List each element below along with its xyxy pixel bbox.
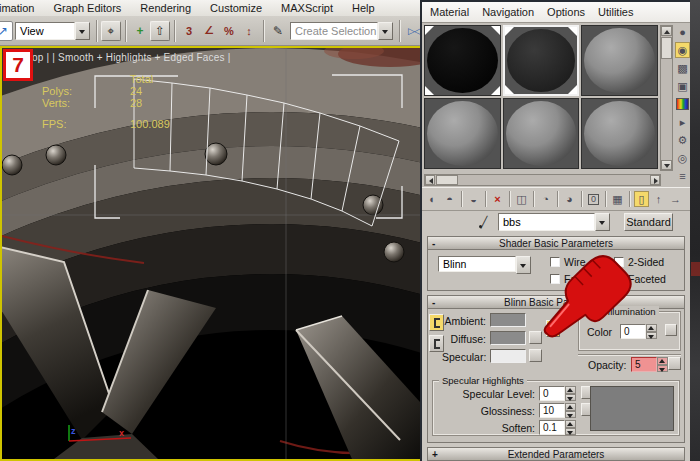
sample-uv-tiling-icon[interactable]: ▣ [675, 78, 690, 94]
nav-arrow-icon[interactable]: ↗ [0, 21, 13, 41]
make-preview-icon[interactable]: ▸ [675, 114, 690, 130]
background-icon[interactable]: ▩ [675, 60, 690, 76]
diffuse-color-swatch[interactable] [490, 331, 526, 345]
spinner-down[interactable] [565, 394, 576, 402]
opacity-spinner[interactable]: 5 [631, 357, 668, 372]
collapse-icon[interactable]: - [432, 237, 435, 250]
menu-customize[interactable]: Customize [208, 2, 264, 14]
pick-material-eyedropper-icon[interactable]: ╱ [476, 214, 492, 230]
glossiness-spinner[interactable]: 10 [539, 403, 576, 418]
assign-material-icon[interactable]: ◒ [466, 191, 481, 207]
specular-level-spinner[interactable]: 0 [539, 386, 576, 401]
material-id-channel-icon[interactable]: 0 [586, 191, 601, 207]
rollout-header[interactable]: + Extended Parameters [428, 448, 684, 461]
snap-angle-icon[interactable]: ∠ [199, 21, 219, 41]
show-map-in-viewport-icon[interactable]: ▦ [610, 191, 625, 207]
go-to-parent-icon[interactable]: ↑ [651, 191, 666, 207]
ambient-diffuse-lock-icon[interactable] [546, 320, 560, 337]
select-manipulate-icon[interactable]: + [130, 21, 150, 41]
expand-icon[interactable]: + [432, 448, 438, 461]
ambient-color-swatch[interactable] [490, 313, 526, 327]
chevron-down-icon[interactable] [595, 213, 610, 231]
scroll-right-icon[interactable] [650, 175, 660, 185]
named-selection-sets-icon[interactable]: ✎ [268, 21, 288, 41]
spinner-up[interactable] [646, 324, 657, 332]
rollout-header[interactable]: - Shader Basic Parameters [428, 237, 684, 250]
me-menu-options[interactable]: Options [547, 6, 585, 18]
me-menu-navigation[interactable]: Navigation [482, 6, 534, 18]
specular-map-button[interactable] [529, 349, 542, 362]
diffuse-map-button[interactable] [529, 331, 542, 344]
opacity-map-button[interactable] [668, 357, 681, 370]
snap-spinner-icon[interactable]: ↕ [239, 21, 259, 41]
go-to-sibling-icon[interactable]: → [668, 191, 683, 207]
viewport-label[interactable]: op | | Smooth + Highlights + Edged Faces… [32, 52, 231, 63]
spinner-down[interactable] [565, 428, 576, 436]
view-dropdown[interactable]: View [15, 22, 90, 40]
glossiness-value[interactable]: 10 [539, 403, 565, 418]
get-material-icon[interactable]: ◐ [425, 191, 440, 207]
spinner-down[interactable] [565, 411, 576, 419]
spinner-up[interactable] [565, 386, 576, 394]
material-slot[interactable] [424, 25, 501, 96]
self-illumination-value[interactable]: 0 [620, 324, 646, 339]
material-type-button[interactable]: Standard [624, 213, 673, 231]
put-material-to-scene-icon[interactable]: ◓ [442, 191, 457, 207]
menu-rendering[interactable]: Rendering [138, 2, 193, 14]
menu-help[interactable]: Help [350, 2, 377, 14]
snap-percent-icon[interactable]: % [219, 21, 239, 41]
scrollbar-thumb[interactable] [436, 175, 458, 185]
selection-set-dropdown[interactable]: Create Selection Se [290, 22, 393, 40]
material-slot[interactable] [424, 98, 501, 169]
viewport[interactable]: op | | Smooth + Highlights + Edged Faces… [0, 46, 420, 461]
chevron-down-icon[interactable] [378, 22, 393, 40]
backlight-icon[interactable]: ◉ [675, 42, 690, 58]
self-illumination-spinner[interactable]: 0 [620, 324, 657, 339]
self-illumination-map-button[interactable] [665, 324, 677, 336]
spinner-down[interactable] [646, 332, 657, 340]
spinner-up[interactable] [565, 420, 576, 428]
show-end-result-icon[interactable]: ▯ [634, 191, 649, 207]
soften-value[interactable]: 0.1 [539, 420, 565, 435]
specular-level-value[interactable]: 0 [539, 386, 565, 401]
material-slot-active[interactable] [503, 25, 580, 96]
scroll-up-icon[interactable] [661, 26, 672, 36]
material-map-navigator-icon[interactable]: ≡ [675, 168, 690, 184]
collapse-icon[interactable]: - [432, 296, 435, 309]
options-icon[interactable]: ⚙ [675, 132, 690, 148]
make-material-copy-icon[interactable]: ◫ [514, 191, 529, 207]
pivot-center-icon[interactable]: ⌖ [101, 21, 121, 41]
spinner-down[interactable] [657, 365, 668, 373]
menu-animation[interactable]: imation [0, 2, 36, 14]
make-unique-icon[interactable]: ◔ [538, 191, 553, 207]
menu-graph-editors[interactable]: Graph Editors [51, 2, 123, 14]
opacity-value[interactable]: 5 [631, 357, 657, 372]
sample-vertical-scrollbar[interactable] [660, 25, 673, 171]
snap-3d-icon[interactable]: 3 [179, 21, 199, 41]
spinner-up[interactable] [565, 403, 576, 411]
scroll-left-icon[interactable] [425, 175, 435, 185]
scrollbar-thumb[interactable] [661, 37, 672, 59]
menu-maxscript[interactable]: MAXScript [279, 2, 335, 14]
checkbox-wire[interactable] [550, 257, 560, 267]
reset-material-icon[interactable]: × [490, 191, 505, 207]
select-by-material-icon[interactable]: ◎ [675, 150, 690, 166]
soften-spinner[interactable]: 0.1 [539, 420, 576, 435]
checkbox-2-sided[interactable] [614, 257, 624, 267]
shader-type-dropdown[interactable]: Blinn [438, 256, 531, 274]
chevron-down-icon[interactable] [516, 256, 531, 274]
video-color-check-icon[interactable] [676, 98, 689, 110]
material-slot[interactable] [503, 98, 580, 169]
material-slot[interactable] [581, 98, 658, 169]
material-name-dropdown[interactable]: bbs [498, 213, 610, 231]
checkbox-faceted[interactable] [614, 274, 624, 284]
sample-horizontal-scrollbar[interactable] [424, 174, 661, 186]
sample-type-icon[interactable]: ● [675, 24, 690, 40]
material-slot[interactable] [581, 25, 658, 96]
specular-color-swatch[interactable] [490, 349, 526, 363]
scroll-down-icon[interactable] [661, 160, 672, 170]
put-to-library-icon[interactable]: ◕ [562, 191, 577, 207]
keyboard-override-icon[interactable]: ⇧ [150, 21, 170, 41]
chevron-down-icon[interactable] [75, 22, 90, 40]
me-menu-material[interactable]: Material [430, 6, 469, 18]
